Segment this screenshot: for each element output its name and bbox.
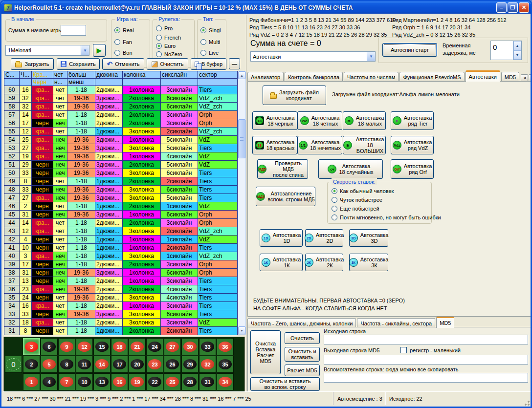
chevron-down-icon[interactable]: ▼	[367, 52, 375, 61]
table-row[interactable]: 4312кра...чет1-181дюжи...3колонка2сиклай…	[4, 227, 238, 236]
autofill-md5-string-button[interactable]: МД5Автозаполнениевспом. строки МД5	[256, 187, 315, 206]
board-cell[interactable]: 13	[93, 373, 111, 390]
table-row[interactable]: 498чернчет1-181дюжи...2колонка2сиклайнTi…	[4, 177, 238, 186]
column-header[interactable]: сикслайн	[161, 71, 198, 79]
column-header[interactable]: колонка	[123, 71, 161, 79]
radio-option[interactable]: Euro	[156, 43, 176, 49]
board-cell[interactable]: 36	[217, 338, 234, 355]
register-checkbox[interactable]	[400, 347, 407, 353]
board-cell[interactable]: 20	[129, 356, 146, 373]
table-row[interactable]: 4414кра...чет1-182дюжи...2колонка3сиклай…	[4, 219, 238, 227]
autostake-18-even-button[interactable]: 2/2Автоставка18 четных	[297, 111, 342, 130]
tab-bottom-3[interactable]: MD5	[436, 317, 454, 328]
column-header[interactable]	[161, 79, 198, 86]
board-cell[interactable]: 17	[111, 356, 128, 373]
board-cell[interactable]: 16	[111, 373, 128, 390]
speed-option[interactable]: Еще побыстрей	[332, 206, 379, 212]
toolbar-clean-brush-button[interactable]: Очистить	[147, 58, 188, 70]
table-row[interactable]: 4110чернчет1-181дюжи...1колонка2сиклайнT…	[4, 244, 238, 252]
spins-table[interactable]: С...Ч...Кра...четбольшдюжинаколонкасиксл…	[4, 71, 238, 335]
board-cell[interactable]: 25	[164, 373, 181, 390]
column-header[interactable]	[123, 79, 161, 86]
board-cell[interactable]: 32	[199, 356, 216, 373]
board-cell[interactable]: 11	[76, 356, 93, 373]
board-cell[interactable]: 27	[164, 338, 181, 355]
table-row[interactable]: 5932кра...чет19-363дюжи...2колонка6сикла…	[4, 94, 238, 103]
board-cell[interactable]: 26	[164, 356, 181, 373]
autospin-start-button[interactable]: Автоспин старт	[382, 43, 437, 57]
column-header[interactable]: Ч...	[20, 71, 32, 79]
toolbar-copy-clipboard-button[interactable]: В буфер	[191, 58, 226, 70]
board-cell[interactable]: 24	[146, 338, 163, 355]
scroll-down-icon[interactable]: ▼	[238, 326, 245, 334]
radio-option[interactable]: Fan	[114, 39, 132, 45]
maximize-button[interactable]: ❐	[508, 2, 518, 13]
column-header[interactable]: С...	[4, 71, 20, 79]
md5-clear-paste-button[interactable]: Очистить и вставить	[285, 347, 320, 362]
spinner-down-icon[interactable]: ▼	[513, 50, 521, 60]
collapse-button[interactable]: —	[229, 58, 240, 69]
table-row[interactable]: 5327кра...неч19-363дюжи...3колонка5сикла…	[4, 144, 238, 152]
table-row[interactable]: 5425кра...неч19-363дюжи...1колонка5сикла…	[4, 136, 238, 144]
table-row[interactable]: 3218кра...чет1-182дюжи...3колонка3сиклай…	[4, 319, 238, 327]
table-row[interactable]: 3416кра...чет1-182дюжи...1колонка3сиклай…	[4, 302, 238, 310]
table-row[interactable]: 3524чернчет19-362дюжи...3колонка4сиклайн…	[4, 294, 238, 302]
column-header[interactable]: Черн	[32, 79, 53, 86]
column-header[interactable]: дюжина	[95, 71, 123, 79]
table-row[interactable]: 403кра...неч1-181дюжи...3колонка1сиклайн…	[4, 252, 238, 260]
table-row[interactable]: 5714кра...чет1-182дюжи...2колонка3сиклай…	[4, 111, 238, 119]
table-row[interactable]: 5617черннеч1-182дюжи...2колонка3сиклайнO…	[4, 119, 238, 128]
autostake-18-random-button[interactable]: счАвтоставка18 случайных	[318, 159, 383, 179]
board-cell[interactable]: 28	[181, 373, 199, 390]
board-cell[interactable]: 35	[217, 356, 234, 373]
autostake-18-odd-button[interactable]: 1/1Автоставка18 нечетных	[297, 136, 342, 154]
autostake-2k-button[interactable]: 2КАвтоставка2К	[305, 254, 343, 271]
delay-spinner[interactable]: 0 ▲ ▼	[490, 41, 522, 60]
scrollbar-thumb[interactable]	[238, 119, 245, 158]
column-header[interactable]: Кра...	[32, 71, 53, 79]
check-md5-after-spin-button[interactable]: МД5Проверить МД5после спина	[257, 159, 308, 179]
md5-source-input[interactable]	[324, 335, 528, 344]
speed-option[interactable]: Почти мгновенно, но могут быть ошибки	[332, 215, 441, 220]
board-cell[interactable]: 8	[58, 356, 75, 373]
radio-option[interactable]: French	[156, 35, 181, 41]
toolbar-open-folder-button[interactable]: Загрузить	[11, 58, 54, 70]
radio-option[interactable]: NoZero	[156, 51, 182, 57]
autostake-18-black-button[interactable]: 18Автоставка18 черных	[252, 111, 297, 130]
board-cell[interactable]: 6	[41, 338, 58, 355]
profile-combobox[interactable]: 1Melonati ▼	[5, 45, 89, 56]
table-row[interactable]: 3713черннеч1-182дюжи...1колонка3сиклайнT…	[4, 277, 238, 285]
board-cell[interactable]: 23	[146, 356, 163, 373]
close-button[interactable]: ✕	[519, 2, 529, 13]
md5-aux-input[interactable]	[324, 373, 528, 383]
column-header[interactable]: сектор	[198, 71, 238, 79]
tab-main-4[interactable]: Функционал PsevdoMS	[399, 72, 464, 82]
spinner-up-icon[interactable]: ▲	[513, 41, 521, 50]
table-row[interactable]: 6016кра...чет1-182дюжи...1колонка3сиклай…	[4, 86, 238, 94]
column-header[interactable]	[4, 79, 20, 86]
board-cell[interactable]: 1	[23, 373, 40, 390]
radio-option[interactable]: Real	[114, 27, 134, 33]
autostake-row-tier-button[interactable]: ✳Автоставкаряд Tier	[391, 111, 434, 130]
radio-option[interactable]: Live	[200, 50, 219, 56]
autostake-18-high-button[interactable]: БАвтоставка18 БОЛЬШИХ	[343, 136, 386, 154]
autostake-2d-button[interactable]: 2DАвтоставка2D	[305, 229, 343, 247]
table-row[interactable]: 5512кра...чет1-181дюжи...3колонка2сиклай…	[4, 128, 238, 136]
board-cell[interactable]: 7	[58, 373, 75, 390]
table-row[interactable]: 3831черннеч19-363дюжи...1колонка6сиклайн…	[4, 269, 238, 277]
board-cell[interactable]: 14	[93, 356, 111, 373]
column-header[interactable]	[95, 79, 123, 86]
autostake-row-vdz-button[interactable]: VdzАвтоставкаряд VdZ	[391, 136, 434, 154]
radio-option[interactable]: Bon	[114, 50, 133, 56]
toolbar-undo-arrow-button[interactable]: ↶Отменить	[102, 58, 144, 70]
load-coords-file-button[interactable]: Загрузить файл координат	[263, 86, 326, 105]
column-header[interactable]: менш	[67, 79, 95, 86]
speed-option[interactable]: Чуток побыстрее	[332, 197, 382, 203]
start-sum-input[interactable]	[61, 25, 86, 36]
board-cell[interactable]: 9	[58, 338, 75, 355]
table-row[interactable]: 462чернчет1-181дюжи...2колонка1сиклайнVd…	[4, 202, 238, 211]
board-cell[interactable]: 15	[93, 338, 111, 355]
mode-combobox[interactable]: Автоставки ▼	[250, 51, 376, 62]
toolbar-save-floppy-button[interactable]: Сохранить	[57, 58, 100, 70]
autostake-18-low-button[interactable]: МАвтоставка18 малых	[343, 111, 386, 130]
